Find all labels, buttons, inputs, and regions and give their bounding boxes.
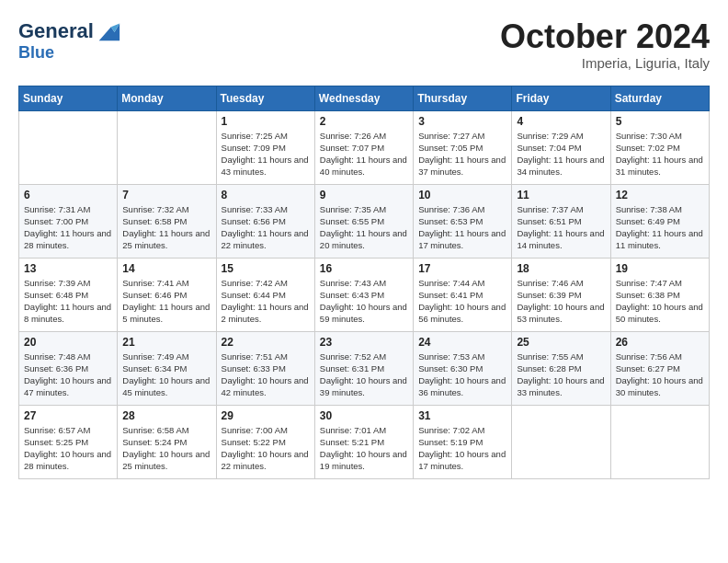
cell-content: Sunrise: 7:44 AM Sunset: 6:41 PM Dayligh…: [418, 277, 506, 326]
calendar-cell: 31Sunrise: 7:02 AM Sunset: 5:19 PM Dayli…: [414, 405, 512, 478]
calendar-cell: 17Sunrise: 7:44 AM Sunset: 6:41 PM Dayli…: [414, 258, 512, 331]
cell-content: Sunrise: 7:47 AM Sunset: 6:38 PM Dayligh…: [616, 277, 704, 326]
day-number: 22: [222, 336, 310, 349]
calendar-cell: [118, 110, 216, 184]
calendar-cell: 9Sunrise: 7:35 AM Sunset: 6:55 PM Daylig…: [314, 184, 413, 258]
calendar-cell: 11Sunrise: 7:37 AM Sunset: 6:51 PM Dayli…: [512, 184, 610, 258]
calendar-cell: 16Sunrise: 7:43 AM Sunset: 6:43 PM Dayli…: [314, 258, 413, 331]
calendar-week-row: 6Sunrise: 7:31 AM Sunset: 7:00 PM Daylig…: [19, 184, 710, 258]
calendar-week-row: 20Sunrise: 7:48 AM Sunset: 6:36 PM Dayli…: [19, 331, 710, 405]
cell-content: Sunrise: 7:51 AM Sunset: 6:33 PM Dayligh…: [222, 350, 310, 399]
day-number: 10: [418, 189, 506, 201]
calendar-cell: 25Sunrise: 7:55 AM Sunset: 6:28 PM Dayli…: [512, 331, 610, 405]
cell-content: Sunrise: 7:29 AM Sunset: 7:04 PM Dayligh…: [517, 130, 605, 178]
day-number: 30: [320, 409, 408, 422]
title-area: October 2024 Imperia, Liguria, Italy: [500, 18, 710, 71]
day-number: 1: [222, 115, 310, 128]
weekday-header-sunday: Sunday: [19, 86, 118, 110]
calendar-table: SundayMondayTuesdayWednesdayThursdayFrid…: [18, 86, 710, 479]
calendar-cell: [512, 405, 610, 478]
month-title: October 2024: [500, 18, 710, 55]
cell-content: Sunrise: 7:46 AM Sunset: 6:39 PM Dayligh…: [517, 277, 605, 326]
day-number: 19: [616, 262, 704, 275]
cell-content: Sunrise: 6:57 AM Sunset: 5:25 PM Dayligh…: [24, 424, 112, 473]
cell-content: Sunrise: 6:58 AM Sunset: 5:24 PM Dayligh…: [122, 424, 210, 473]
cell-content: Sunrise: 7:30 AM Sunset: 7:02 PM Dayligh…: [616, 130, 704, 178]
cell-content: Sunrise: 7:41 AM Sunset: 6:46 PM Dayligh…: [122, 277, 210, 326]
weekday-header-wednesday: Wednesday: [314, 86, 413, 110]
calendar-cell: 5Sunrise: 7:30 AM Sunset: 7:02 PM Daylig…: [610, 110, 709, 184]
calendar-cell: 13Sunrise: 7:39 AM Sunset: 6:48 PM Dayli…: [19, 258, 118, 331]
day-number: 14: [122, 262, 210, 275]
day-number: 9: [320, 189, 408, 201]
cell-content: Sunrise: 7:02 AM Sunset: 5:19 PM Dayligh…: [418, 424, 506, 473]
cell-content: Sunrise: 7:01 AM Sunset: 5:21 PM Dayligh…: [320, 424, 408, 473]
cell-content: Sunrise: 7:38 AM Sunset: 6:49 PM Dayligh…: [616, 203, 704, 252]
calendar-cell: 2Sunrise: 7:26 AM Sunset: 7:07 PM Daylig…: [314, 110, 413, 184]
calendar-cell: 12Sunrise: 7:38 AM Sunset: 6:49 PM Dayli…: [610, 184, 709, 258]
calendar-cell: 15Sunrise: 7:42 AM Sunset: 6:44 PM Dayli…: [216, 258, 314, 331]
calendar-cell: 1Sunrise: 7:25 AM Sunset: 7:09 PM Daylig…: [216, 110, 314, 184]
cell-content: Sunrise: 7:56 AM Sunset: 6:27 PM Dayligh…: [616, 350, 704, 399]
cell-content: Sunrise: 7:55 AM Sunset: 6:28 PM Dayligh…: [517, 350, 605, 399]
cell-content: Sunrise: 7:43 AM Sunset: 6:43 PM Dayligh…: [320, 277, 408, 326]
calendar-cell: 4Sunrise: 7:29 AM Sunset: 7:04 PM Daylig…: [512, 110, 610, 184]
cell-content: Sunrise: 7:26 AM Sunset: 7:07 PM Dayligh…: [320, 130, 408, 178]
calendar-cell: 26Sunrise: 7:56 AM Sunset: 6:27 PM Dayli…: [610, 331, 709, 405]
cell-content: Sunrise: 7:00 AM Sunset: 5:22 PM Dayligh…: [222, 424, 310, 473]
weekday-header-monday: Monday: [118, 86, 216, 110]
calendar-cell: 30Sunrise: 7:01 AM Sunset: 5:21 PM Dayli…: [314, 405, 413, 478]
calendar-cell: 20Sunrise: 7:48 AM Sunset: 6:36 PM Dayli…: [19, 331, 118, 405]
logo-text: General: [18, 20, 94, 42]
calendar-cell: 23Sunrise: 7:52 AM Sunset: 6:31 PM Dayli…: [314, 331, 413, 405]
calendar-cell: 6Sunrise: 7:31 AM Sunset: 7:00 PM Daylig…: [19, 184, 118, 258]
day-number: 11: [517, 189, 605, 201]
calendar-cell: 7Sunrise: 7:32 AM Sunset: 6:58 PM Daylig…: [118, 184, 216, 258]
day-number: 18: [517, 262, 605, 275]
day-number: 4: [517, 115, 605, 128]
day-number: 27: [24, 409, 112, 422]
logo-blue-text: Blue: [18, 44, 121, 63]
calendar-cell: [19, 110, 118, 184]
day-number: 3: [418, 115, 506, 128]
day-number: 25: [517, 336, 605, 349]
calendar-week-row: 13Sunrise: 7:39 AM Sunset: 6:48 PM Dayli…: [19, 258, 710, 331]
calendar-cell: 21Sunrise: 7:49 AM Sunset: 6:34 PM Dayli…: [118, 331, 216, 405]
day-number: 31: [418, 409, 506, 422]
cell-content: Sunrise: 7:39 AM Sunset: 6:48 PM Dayligh…: [24, 277, 112, 326]
day-number: 7: [122, 189, 210, 201]
calendar-cell: 22Sunrise: 7:51 AM Sunset: 6:33 PM Dayli…: [216, 331, 314, 405]
weekday-header-row: SundayMondayTuesdayWednesdayThursdayFrid…: [19, 86, 710, 110]
cell-content: Sunrise: 7:53 AM Sunset: 6:30 PM Dayligh…: [418, 350, 506, 399]
day-number: 16: [320, 262, 408, 275]
cell-content: Sunrise: 7:37 AM Sunset: 6:51 PM Dayligh…: [517, 203, 605, 252]
cell-content: Sunrise: 7:33 AM Sunset: 6:56 PM Dayligh…: [222, 203, 310, 252]
weekday-header-saturday: Saturday: [610, 86, 709, 110]
calendar-cell: 28Sunrise: 6:58 AM Sunset: 5:24 PM Dayli…: [118, 405, 216, 478]
day-number: 23: [320, 336, 408, 349]
page-header: General Blue October 2024 Imperia, Ligur…: [18, 18, 710, 71]
day-number: 6: [24, 189, 112, 201]
calendar-cell: 19Sunrise: 7:47 AM Sunset: 6:38 PM Dayli…: [610, 258, 709, 331]
calendar-cell: 29Sunrise: 7:00 AM Sunset: 5:22 PM Dayli…: [216, 405, 314, 478]
weekday-header-friday: Friday: [512, 86, 610, 110]
day-number: 26: [616, 336, 704, 349]
calendar-cell: 24Sunrise: 7:53 AM Sunset: 6:30 PM Dayli…: [414, 331, 512, 405]
cell-content: Sunrise: 7:42 AM Sunset: 6:44 PM Dayligh…: [222, 277, 310, 326]
calendar-cell: [610, 405, 709, 478]
cell-content: Sunrise: 7:52 AM Sunset: 6:31 PM Dayligh…: [320, 350, 408, 399]
day-number: 29: [222, 409, 310, 422]
weekday-header-tuesday: Tuesday: [216, 86, 314, 110]
calendar-week-row: 1Sunrise: 7:25 AM Sunset: 7:09 PM Daylig…: [19, 110, 710, 184]
logo: General Blue: [18, 18, 121, 63]
calendar-cell: 8Sunrise: 7:33 AM Sunset: 6:56 PM Daylig…: [216, 184, 314, 258]
calendar-week-row: 27Sunrise: 6:57 AM Sunset: 5:25 PM Dayli…: [19, 405, 710, 478]
calendar-cell: 27Sunrise: 6:57 AM Sunset: 5:25 PM Dayli…: [19, 405, 118, 478]
cell-content: Sunrise: 7:48 AM Sunset: 6:36 PM Dayligh…: [24, 350, 112, 399]
day-number: 5: [616, 115, 704, 128]
day-number: 20: [24, 336, 112, 349]
calendar-cell: 10Sunrise: 7:36 AM Sunset: 6:53 PM Dayli…: [414, 184, 512, 258]
day-number: 2: [320, 115, 408, 128]
logo-icon: [96, 18, 121, 44]
day-number: 13: [24, 262, 112, 275]
